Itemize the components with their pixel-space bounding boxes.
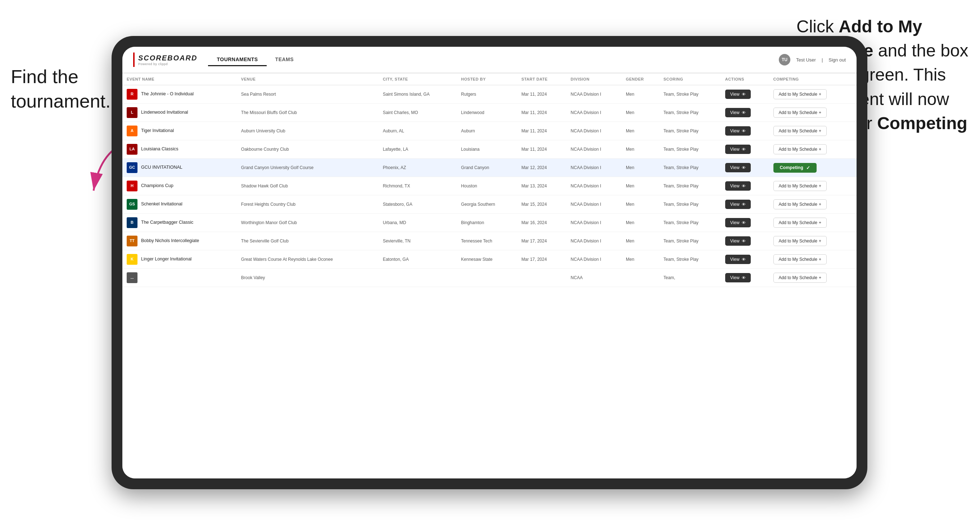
header-divider: | [822,57,823,63]
view-button[interactable]: View 👁 [725,255,751,264]
add-to-schedule-button[interactable]: Add to My Schedule + [773,254,827,264]
table-row: K Linger Longer Invitational Great Water… [123,250,857,269]
city-state-cell: Saint Charles, MO [379,103,457,122]
eye-icon: 👁 [742,257,746,262]
add-to-schedule-label: Add to My Schedule [779,275,817,280]
venue-cell: Auburn University Club [237,122,379,140]
view-label: View [730,165,740,170]
checkmark-icon: ✓ [806,165,810,170]
division-cell: NCAA Division I [566,232,622,250]
division-cell: NCAA Division I [566,250,622,269]
division-cell: NCAA Division I [566,195,622,214]
venue-cell: Oakbourne Country Club [237,140,379,159]
add-to-schedule-button[interactable]: Add to My Schedule + [773,236,827,246]
venue-cell: The Sevierville Golf Club [237,232,379,250]
add-to-schedule-button[interactable]: Add to My Schedule + [773,108,827,117]
plus-icon: + [819,183,821,189]
header-right: TU Test User | Sign out [779,54,846,65]
division-cell: NCAA Division I [566,140,622,159]
competing-cell: Add to My Schedule + [769,269,857,287]
event-name-text: Lindenwood Invitational [141,110,188,116]
add-to-schedule-label: Add to My Schedule [779,238,817,243]
view-button[interactable]: View 👁 [725,90,751,99]
view-label: View [730,147,740,152]
competing-cell: Add to My Schedule + [769,140,857,159]
start-date-cell: Mar 11, 2024 [517,103,566,122]
add-to-schedule-button[interactable]: Add to My Schedule + [773,199,827,210]
add-to-schedule-label: Add to My Schedule [779,220,817,225]
city-state-cell: Sevierville, TN [379,232,457,250]
actions-cell: View 👁 [721,177,769,195]
venue-cell: Grand Canyon University Golf Course [237,159,379,177]
competing-cell: Add to My Schedule + [769,250,857,269]
view-button[interactable]: View 👁 [725,108,751,117]
add-to-schedule-button[interactable]: Add to My Schedule + [773,144,827,154]
start-date-cell: Mar 11, 2024 [517,140,566,159]
add-to-schedule-button[interactable]: Add to My Schedule + [773,126,827,136]
competing-cell: Add to My Schedule + [769,214,857,232]
view-label: View [730,110,740,115]
venue-cell: Worthington Manor Golf Club [237,214,379,232]
table-row: H Champions Cup Shadow Hawk Golf ClubRic… [123,177,857,195]
add-to-schedule-label: Add to My Schedule [779,147,817,152]
scoring-cell: Team, Stroke Play [659,103,721,122]
view-label: View [730,202,740,207]
gender-cell: Men [622,195,659,214]
view-button[interactable]: View 👁 [725,200,751,209]
add-to-schedule-button[interactable]: Add to My Schedule + [773,217,827,228]
view-button[interactable]: View 👁 [725,237,751,246]
competing-label: Competing [780,165,803,170]
gender-cell: Men [622,214,659,232]
city-state-cell [379,269,457,287]
view-button[interactable]: View 👁 [725,144,751,154]
hosted-by-cell: Houston [457,177,517,195]
division-cell: NCAA Division I [566,85,622,103]
hosted-by-cell: Lindenwood [457,103,517,122]
start-date-cell: Mar 13, 2024 [517,177,566,195]
event-name-text: The Johnnie - O Individual [141,91,194,97]
venue-cell: Forest Heights Country Club [237,195,379,214]
venue-cell: Brook Valley [237,269,379,287]
gender-cell: Men [622,103,659,122]
add-to-schedule-label: Add to My Schedule [779,110,817,115]
hosted-by-cell: Auburn [457,122,517,140]
competing-button[interactable]: Competing ✓ [773,163,817,173]
hosted-by-cell: Binghamton [457,214,517,232]
city-state-cell: Urbana, MD [379,214,457,232]
plus-icon: + [819,147,821,152]
city-state-cell: Richmond, TX [379,177,457,195]
view-label: View [730,220,740,225]
gender-cell: Men [622,85,659,103]
view-button[interactable]: View 👁 [725,218,751,227]
event-name-cell: B The Carpetbagger Classic [123,214,237,232]
eye-icon: 👁 [742,92,746,97]
add-to-schedule-button[interactable]: Add to My Schedule + [773,181,827,191]
start-date-cell: Mar 11, 2024 [517,122,566,140]
hosted-by-cell [457,269,517,287]
gender-cell: Men [622,122,659,140]
eye-icon: 👁 [742,110,746,115]
venue-cell: Sea Palms Resort [237,85,379,103]
logo-bar [133,52,135,67]
event-name-text: GCU INVITATIONAL [141,164,183,171]
table-row: B The Carpetbagger Classic Worthington M… [123,214,857,232]
tab-teams[interactable]: TEAMS [267,54,303,66]
col-city-state: CITY, STATE [379,73,457,85]
actions-cell: View 👁 [721,195,769,214]
add-to-schedule-button[interactable]: Add to My Schedule + [773,273,827,283]
add-to-schedule-button[interactable]: Add to My Schedule + [773,89,827,99]
view-button[interactable]: View 👁 [725,273,751,283]
col-scoring: SCORING [659,73,721,85]
view-button[interactable]: View 👁 [725,163,751,172]
plus-icon: + [819,92,821,97]
gender-cell: Men [622,140,659,159]
eye-icon: 👁 [742,165,746,170]
view-button[interactable]: View 👁 [725,181,751,190]
sign-out-link[interactable]: Sign out [829,57,846,63]
scoring-cell: Team, Stroke Play [659,232,721,250]
plus-icon: + [819,220,821,225]
tab-tournaments[interactable]: TOURNAMENTS [208,54,266,66]
gender-cell: Men [622,159,659,177]
start-date-cell: Mar 12, 2024 [517,159,566,177]
view-button[interactable]: View 👁 [725,126,751,136]
